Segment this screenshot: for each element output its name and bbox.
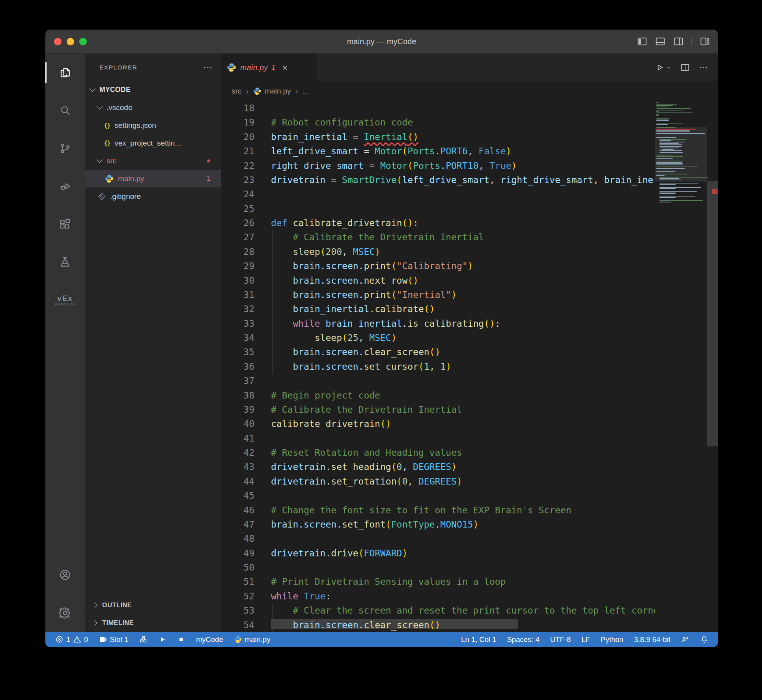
explorer-header-label: EXPLORER <box>99 64 137 71</box>
minimap-row <box>659 142 684 142</box>
status-text: 1 <box>66 635 70 644</box>
status-text: LF <box>581 635 590 644</box>
activity-run-debug[interactable] <box>45 167 85 205</box>
activity-account[interactable] <box>45 556 85 594</box>
run-dropdown-icon[interactable] <box>665 64 672 71</box>
line-number: 50 <box>221 560 254 575</box>
code-line-28: 28 sleep(200, MSEC) <box>221 245 655 259</box>
vscode-window: main.py — myCode vExROBOTICS EXPLORER ⋯ … <box>45 30 718 647</box>
python-file-icon <box>105 174 114 183</box>
code-line-37: 37 <box>221 374 655 388</box>
close-tab-icon[interactable] <box>281 64 289 72</box>
status-text: 0 <box>84 635 88 644</box>
activity-testing[interactable] <box>45 243 85 281</box>
tree-item-.gitignore[interactable]: .gitignore <box>85 187 221 205</box>
beaker-icon <box>59 256 71 268</box>
account-icon <box>59 569 71 581</box>
minimap-row <box>659 139 686 140</box>
code-line-47: 47brain.screen.set_font(FontType.MONO15) <box>221 517 655 532</box>
status-cursor-position[interactable]: Ln 1, Col 1 <box>461 635 496 644</box>
status-text: UTF-8 <box>550 635 571 644</box>
line-number: 27 <box>221 230 254 244</box>
tree-item-main.py[interactable]: main.py1 <box>85 170 221 187</box>
status-problems[interactable]: 10 <box>55 635 88 644</box>
run-file-icon[interactable] <box>654 62 665 73</box>
minimap-row <box>656 123 683 124</box>
tree-item-src[interactable]: src● <box>85 152 221 170</box>
code-line-50: 50 <box>221 560 655 575</box>
tree-item-mycode[interactable]: MYCODE <box>85 81 221 99</box>
minimap-row <box>659 196 695 197</box>
breadcrumb-separator-icon: › <box>295 86 298 96</box>
line-number: 26 <box>221 216 254 230</box>
breadcrumb-item-src[interactable]: src <box>232 87 241 95</box>
status-stop-project[interactable] <box>177 635 185 644</box>
code-line-36: 36 brain.screen.set_cursor(1, 1) <box>221 359 655 374</box>
tree-item-vex-project-settin...[interactable]: {}vex_project_settin... <box>85 134 221 152</box>
breadcrumb: src›main.py›... <box>221 81 718 101</box>
activity-extensions[interactable] <box>45 205 85 243</box>
minimap-row <box>656 111 659 112</box>
line-number: 32 <box>221 302 254 316</box>
toggle-sidebar-left-icon[interactable] <box>637 36 647 47</box>
line-number: 54 <box>221 618 254 632</box>
status-feedback[interactable] <box>681 635 689 644</box>
line-number: 33 <box>221 316 254 331</box>
minimap[interactable] <box>655 101 707 322</box>
minimap-row <box>656 120 669 120</box>
status-text: Python <box>601 635 624 644</box>
minimap-row <box>656 137 676 138</box>
line-number: 52 <box>221 589 254 603</box>
status-project-name[interactable]: myCode <box>196 635 223 644</box>
file-tree: MYCODE.vscode{}settings.json{}vex_projec… <box>85 81 221 205</box>
activity-source-control[interactable] <box>45 129 85 167</box>
minimap-row <box>659 193 676 193</box>
code-line-45: 45 <box>221 489 655 503</box>
activity-search[interactable] <box>45 92 85 129</box>
tree-item-settings.json[interactable]: {}settings.json <box>85 116 221 134</box>
minimap-slider[interactable] <box>655 127 707 182</box>
minimap-row <box>659 150 682 151</box>
tree-item-label: .gitignore <box>110 192 141 201</box>
timeline-panel-header[interactable]: TIMELINE <box>85 614 221 632</box>
activity-explorer[interactable] <box>45 54 85 92</box>
explorer-more-actions-icon[interactable]: ⋯ <box>203 62 213 73</box>
breadcrumb-item-main.py[interactable]: main.py <box>253 87 291 95</box>
tab-main-py[interactable]: main.py 1 <box>221 54 317 81</box>
status-notifications[interactable] <box>700 635 708 644</box>
toggle-sidebar-right-icon[interactable] <box>673 36 684 47</box>
tree-item-.vscode[interactable]: .vscode <box>85 99 221 116</box>
line-number: 44 <box>221 474 254 489</box>
activity-vex[interactable]: vExROBOTICS <box>45 281 85 319</box>
line-number: 25 <box>221 202 254 216</box>
tab-problem-count: 1 <box>271 63 276 72</box>
more-actions-icon[interactable] <box>698 62 708 73</box>
activity-settings[interactable] <box>45 594 85 632</box>
status-indentation[interactable]: Spaces: 4 <box>507 635 540 644</box>
titlebar[interactable]: main.py — myCode <box>45 30 718 54</box>
minimap-row <box>656 105 673 106</box>
titlebar-divider <box>691 37 692 46</box>
status-encoding[interactable]: UTF-8 <box>550 635 571 644</box>
status-vex-slot[interactable]: Slot 1 <box>99 635 129 644</box>
line-number: 41 <box>221 431 254 445</box>
minimap-row <box>659 148 679 148</box>
vertical-scrollbar[interactable] <box>707 181 718 446</box>
status-run-project[interactable] <box>158 635 166 644</box>
status-python-version[interactable]: 3.8.9 64-bit <box>634 635 670 644</box>
split-editor-icon[interactable] <box>680 62 690 73</box>
breadcrumb-item-...[interactable]: ... <box>303 87 309 95</box>
code-line-32: 32 brain_inertial.calibrate() <box>221 302 655 316</box>
status-language-mode[interactable]: Python <box>601 635 624 644</box>
code-line-35: 35 brain.screen.clear_screen() <box>221 345 655 359</box>
customize-layout-icon[interactable] <box>700 36 710 47</box>
status-vex-blocks[interactable] <box>139 635 148 644</box>
minimap-row <box>656 127 676 128</box>
outline-panel-header[interactable]: OUTLINE <box>85 596 221 614</box>
status-active-file[interactable]: main.py <box>234 635 271 644</box>
line-number: 23 <box>221 173 254 187</box>
editor-code-area[interactable]: 1819# Robot configuration code20brain_in… <box>221 101 718 632</box>
toggle-panel-icon[interactable] <box>655 36 665 47</box>
minimap-row <box>656 175 665 176</box>
status-eol[interactable]: LF <box>581 635 590 644</box>
